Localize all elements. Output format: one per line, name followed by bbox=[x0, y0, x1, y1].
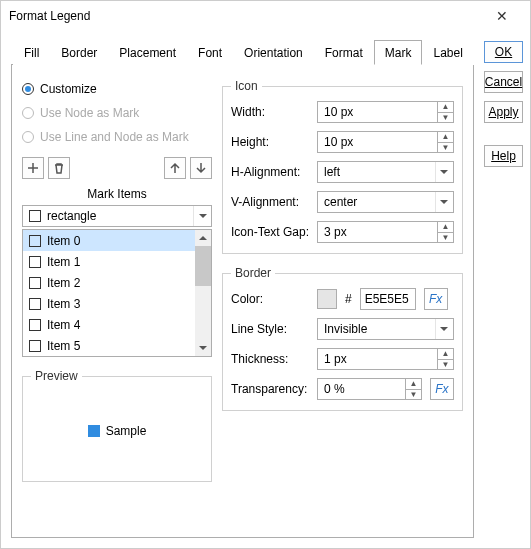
radio-use-line-node-label: Use Line and Node as Mark bbox=[40, 130, 189, 144]
chevron-down-icon bbox=[435, 162, 453, 182]
list-item[interactable]: Item 1 bbox=[23, 251, 195, 272]
square-icon bbox=[29, 235, 41, 247]
delete-button[interactable] bbox=[48, 157, 70, 179]
color-label: Color: bbox=[231, 292, 313, 306]
move-up-button[interactable] bbox=[164, 157, 186, 179]
window-title: Format Legend bbox=[9, 9, 482, 23]
spinner[interactable]: ▲▼ bbox=[437, 222, 453, 242]
preview-label: Sample bbox=[106, 424, 147, 438]
linestyle-select[interactable]: Invisible bbox=[317, 318, 454, 340]
radio-customize[interactable] bbox=[22, 83, 34, 95]
tab-placement[interactable]: Placement bbox=[108, 40, 187, 65]
halign-label: H-Alignment: bbox=[231, 165, 313, 179]
list-item[interactable]: Item 5 bbox=[23, 335, 195, 356]
preview-legend: Preview bbox=[31, 369, 82, 383]
preview-group: Preview Sample bbox=[22, 369, 212, 482]
spinner[interactable]: ▲▼ bbox=[405, 379, 421, 399]
halign-select[interactable]: left bbox=[317, 161, 454, 183]
square-icon bbox=[29, 277, 41, 289]
color-swatch[interactable] bbox=[317, 289, 337, 309]
list-item[interactable]: Item 2 bbox=[23, 272, 195, 293]
tab-label[interactable]: Label bbox=[422, 40, 473, 65]
mark-type-value: rectangle bbox=[45, 209, 193, 223]
spinner[interactable]: ▲▼ bbox=[437, 132, 453, 152]
icon-group: Icon Width: 10 px ▲▼ Height: 10 px ▲▼ bbox=[222, 79, 463, 254]
move-down-button[interactable] bbox=[190, 157, 212, 179]
plus-icon bbox=[26, 161, 40, 175]
tab-border[interactable]: Border bbox=[50, 40, 108, 65]
trash-icon bbox=[52, 161, 66, 175]
transparency-input[interactable]: 0 % ▲▼ bbox=[317, 378, 422, 400]
scroll-down-icon[interactable] bbox=[195, 340, 211, 356]
valign-select[interactable]: center bbox=[317, 191, 454, 213]
scrollbar[interactable] bbox=[195, 230, 211, 356]
tab-mark[interactable]: Mark bbox=[374, 40, 423, 65]
width-label: Width: bbox=[231, 105, 313, 119]
spinner[interactable]: ▲▼ bbox=[437, 349, 453, 369]
transparency-fx-button[interactable]: Fx bbox=[430, 378, 454, 400]
radio-customize-label: Customize bbox=[40, 82, 97, 96]
chevron-down-icon bbox=[193, 206, 211, 226]
cancel-button[interactable]: Cancel bbox=[484, 71, 523, 93]
title-bar: Format Legend ✕ bbox=[1, 1, 530, 31]
thickness-input[interactable]: 1 px ▲▼ bbox=[317, 348, 454, 370]
height-label: Height: bbox=[231, 135, 313, 149]
radio-use-node-label: Use Node as Mark bbox=[40, 106, 139, 120]
tab-fill[interactable]: Fill bbox=[13, 40, 50, 65]
gap-input[interactable]: 3 px ▲▼ bbox=[317, 221, 454, 243]
valign-label: V-Alignment: bbox=[231, 195, 313, 209]
mark-items-heading: Mark Items bbox=[22, 187, 212, 201]
linestyle-label: Line Style: bbox=[231, 322, 313, 336]
arrow-up-icon bbox=[168, 161, 182, 175]
radio-use-line-node bbox=[22, 131, 34, 143]
square-icon bbox=[29, 210, 41, 222]
color-hex-input[interactable]: E5E5E5 bbox=[360, 288, 416, 310]
width-input[interactable]: 10 px ▲▼ bbox=[317, 101, 454, 123]
tab-orientation[interactable]: Orientation bbox=[233, 40, 314, 65]
list-item[interactable]: Item 4 bbox=[23, 314, 195, 335]
help-button[interactable]: Help bbox=[484, 145, 523, 167]
close-button[interactable]: ✕ bbox=[482, 8, 522, 24]
tab-font[interactable]: Font bbox=[187, 40, 233, 65]
scroll-thumb[interactable] bbox=[195, 246, 211, 286]
border-group: Border Color: # E5E5E5 Fx Line Style: In… bbox=[222, 266, 463, 411]
apply-button[interactable]: Apply bbox=[484, 101, 523, 123]
mark-type-combo[interactable]: rectangle bbox=[22, 205, 212, 227]
color-fx-button[interactable]: Fx bbox=[424, 288, 448, 310]
scroll-up-icon[interactable] bbox=[195, 230, 211, 246]
mark-items-list: Item 0 Item 1 Item 2 Item 3 Item 4 Item … bbox=[22, 229, 212, 357]
add-button[interactable] bbox=[22, 157, 44, 179]
chevron-down-icon bbox=[435, 192, 453, 212]
square-icon bbox=[29, 340, 41, 352]
hash-label: # bbox=[341, 292, 356, 306]
square-icon bbox=[29, 256, 41, 268]
thickness-label: Thickness: bbox=[231, 352, 313, 366]
list-item[interactable]: Item 0 bbox=[23, 230, 195, 251]
border-legend: Border bbox=[231, 266, 275, 280]
chevron-down-icon bbox=[435, 319, 453, 339]
spinner[interactable]: ▲▼ bbox=[437, 102, 453, 122]
radio-use-node bbox=[22, 107, 34, 119]
ok-button[interactable]: OK bbox=[484, 41, 523, 63]
tab-format[interactable]: Format bbox=[314, 40, 374, 65]
preview-swatch bbox=[88, 425, 100, 437]
transparency-label: Transparency: bbox=[231, 382, 313, 396]
square-icon bbox=[29, 319, 41, 331]
tab-content: Customize Use Node as Mark Use Line and … bbox=[11, 65, 474, 538]
height-input[interactable]: 10 px ▲▼ bbox=[317, 131, 454, 153]
tab-bar: Fill Border Placement Font Orientation F… bbox=[11, 39, 474, 65]
gap-label: Icon-Text Gap: bbox=[231, 225, 313, 239]
arrow-down-icon bbox=[194, 161, 208, 175]
icon-legend: Icon bbox=[231, 79, 262, 93]
list-item[interactable]: Item 3 bbox=[23, 293, 195, 314]
square-icon bbox=[29, 298, 41, 310]
